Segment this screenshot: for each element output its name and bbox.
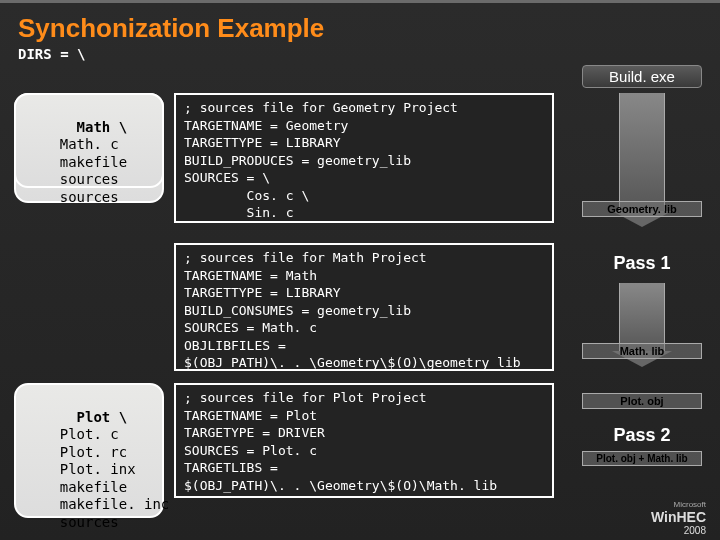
stage-geometry-lib: Geometry. lib xyxy=(582,201,702,217)
dirbox-body: Plot. c Plot. rc Plot. inx makefile make… xyxy=(26,426,169,530)
slide: Synchonization Example DIRS = \ Build. e… xyxy=(0,0,720,540)
pass2-label: Pass 2 xyxy=(582,425,702,446)
dirs-line: DIRS = \ xyxy=(0,46,720,66)
stage-math-lib: Math. lib xyxy=(582,343,702,359)
dirbox-math: Math \ Math. c makefile sources xyxy=(14,93,164,188)
stage-plot-obj: Plot. obj xyxy=(582,393,702,409)
build-exe-label: Build. exe xyxy=(582,65,702,88)
footer-brand: WinHEC xyxy=(651,510,706,525)
pass1-label: Pass 1 xyxy=(582,253,702,274)
arrow-segment-1 xyxy=(619,93,665,213)
footer: Microsoft WinHEC 2008 xyxy=(651,501,706,536)
stage-final: Plot. obj + Math. lib xyxy=(582,451,702,466)
footer-year: 2008 xyxy=(651,525,706,536)
srcbox-plot: ; sources file for Plot Project TARGETNA… xyxy=(174,383,554,498)
dirbox-body: Math. c makefile sources xyxy=(26,136,127,187)
dirbox-head: Plot \ xyxy=(77,409,128,425)
build-flow-column: Geometry. lib Pass 1 Math. lib Plot. obj… xyxy=(582,93,702,506)
srcbox-geometry: ; sources file for Geometry Project TARG… xyxy=(174,93,554,223)
srcbox-math: ; sources file for Math Project TARGETNA… xyxy=(174,243,554,371)
slide-title: Synchonization Example xyxy=(0,3,720,46)
dirbox-plot: Plot \ Plot. c Plot. rc Plot. inx makefi… xyxy=(14,383,164,518)
dirbox-head: Math \ xyxy=(77,119,128,135)
